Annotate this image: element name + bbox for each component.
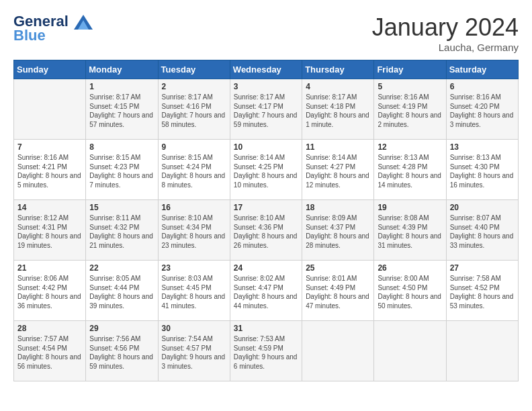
calendar-cell: 7Sunrise: 8:16 AM Sunset: 4:21 PM Daylig… <box>14 140 86 200</box>
calendar-cell: 2Sunrise: 8:17 AM Sunset: 4:16 PM Daylig… <box>158 79 230 140</box>
calendar-cell: 24Sunrise: 8:02 AM Sunset: 4:47 PM Dayli… <box>230 261 302 321</box>
day-content: Sunrise: 8:10 AM Sunset: 4:34 PM Dayligh… <box>162 214 226 250</box>
day-content: Sunrise: 8:05 AM Sunset: 4:44 PM Dayligh… <box>89 274 154 310</box>
calendar-cell: 16Sunrise: 8:10 AM Sunset: 4:34 PM Dayli… <box>158 200 230 261</box>
calendar-cell: 19Sunrise: 8:08 AM Sunset: 4:39 PM Dayli… <box>374 200 446 261</box>
day-number: 11 <box>306 142 370 152</box>
day-content: Sunrise: 8:14 AM Sunset: 4:25 PM Dayligh… <box>234 153 298 189</box>
day-content: Sunrise: 8:10 AM Sunset: 4:36 PM Dayligh… <box>234 214 298 250</box>
logo-icon <box>74 15 93 30</box>
calendar-week-5: 28Sunrise: 7:57 AM Sunset: 4:54 PM Dayli… <box>14 321 519 381</box>
day-header-wednesday: Wednesday <box>230 60 302 79</box>
calendar-cell <box>446 321 518 381</box>
day-number: 28 <box>17 324 82 333</box>
calendar-cell: 22Sunrise: 8:05 AM Sunset: 4:44 PM Dayli… <box>86 261 158 321</box>
calendar-header: SundayMondayTuesdayWednesdayThursdayFrid… <box>14 60 519 79</box>
day-number: 26 <box>378 263 442 273</box>
calendar-cell: 9Sunrise: 8:15 AM Sunset: 4:24 PM Daylig… <box>158 140 230 200</box>
day-content: Sunrise: 7:58 AM Sunset: 4:52 PM Dayligh… <box>450 274 515 310</box>
day-number: 12 <box>378 142 442 152</box>
calendar-cell: 8Sunrise: 8:15 AM Sunset: 4:23 PM Daylig… <box>86 140 158 200</box>
calendar-cell <box>374 321 446 381</box>
day-content: Sunrise: 8:17 AM Sunset: 4:16 PM Dayligh… <box>162 93 226 129</box>
day-content: Sunrise: 7:56 AM Sunset: 4:56 PM Dayligh… <box>89 334 154 371</box>
calendar-cell: 26Sunrise: 8:00 AM Sunset: 4:50 PM Dayli… <box>374 261 446 321</box>
day-number: 20 <box>450 203 515 212</box>
day-content: Sunrise: 8:16 AM Sunset: 4:21 PM Dayligh… <box>17 153 82 189</box>
day-content: Sunrise: 8:17 AM Sunset: 4:18 PM Dayligh… <box>306 93 370 129</box>
day-content: Sunrise: 7:54 AM Sunset: 4:57 PM Dayligh… <box>162 334 226 371</box>
day-number: 30 <box>162 324 226 333</box>
day-content: Sunrise: 8:14 AM Sunset: 4:27 PM Dayligh… <box>306 153 370 189</box>
day-number: 23 <box>162 263 226 273</box>
location-subtitle: Laucha, Germany <box>372 42 519 53</box>
day-number: 6 <box>450 82 515 91</box>
day-content: Sunrise: 8:01 AM Sunset: 4:49 PM Dayligh… <box>306 274 370 310</box>
day-number: 24 <box>234 263 298 273</box>
calendar-week-2: 7Sunrise: 8:16 AM Sunset: 4:21 PM Daylig… <box>14 140 519 200</box>
calendar-cell: 11Sunrise: 8:14 AM Sunset: 4:27 PM Dayli… <box>302 140 374 200</box>
day-header-thursday: Thursday <box>302 60 374 79</box>
day-content: Sunrise: 8:17 AM Sunset: 4:17 PM Dayligh… <box>234 93 298 129</box>
month-year-title: January 2024 <box>372 13 519 42</box>
calendar-week-3: 14Sunrise: 8:12 AM Sunset: 4:31 PM Dayli… <box>14 200 519 261</box>
day-content: Sunrise: 8:15 AM Sunset: 4:24 PM Dayligh… <box>162 153 226 189</box>
day-number: 25 <box>306 263 370 273</box>
day-number: 31 <box>234 324 298 333</box>
day-header-sunday: Sunday <box>14 60 86 79</box>
day-content: Sunrise: 8:13 AM Sunset: 4:30 PM Dayligh… <box>450 153 515 189</box>
day-number: 7 <box>17 142 82 152</box>
calendar-cell: 3Sunrise: 8:17 AM Sunset: 4:17 PM Daylig… <box>230 79 302 140</box>
page-header: General Blue January 2024 Laucha, German… <box>13 13 519 53</box>
calendar-cell: 13Sunrise: 8:13 AM Sunset: 4:30 PM Dayli… <box>446 140 518 200</box>
calendar-cell: 10Sunrise: 8:14 AM Sunset: 4:25 PM Dayli… <box>230 140 302 200</box>
calendar-table: SundayMondayTuesdayWednesdayThursdayFrid… <box>13 60 519 381</box>
day-content: Sunrise: 8:12 AM Sunset: 4:31 PM Dayligh… <box>17 214 82 250</box>
logo: General Blue <box>13 13 93 44</box>
calendar-cell: 23Sunrise: 8:03 AM Sunset: 4:45 PM Dayli… <box>158 261 230 321</box>
day-number: 29 <box>89 324 154 333</box>
calendar-cell: 20Sunrise: 8:07 AM Sunset: 4:40 PM Dayli… <box>446 200 518 261</box>
calendar-cell: 28Sunrise: 7:57 AM Sunset: 4:54 PM Dayli… <box>14 321 86 381</box>
day-content: Sunrise: 8:07 AM Sunset: 4:40 PM Dayligh… <box>450 214 515 250</box>
title-block: January 2024 Laucha, Germany <box>372 13 519 53</box>
day-header-saturday: Saturday <box>446 60 518 79</box>
day-number: 9 <box>162 142 226 152</box>
day-header-monday: Monday <box>86 60 158 79</box>
calendar-cell: 21Sunrise: 8:06 AM Sunset: 4:42 PM Dayli… <box>14 261 86 321</box>
day-number: 27 <box>450 263 515 273</box>
day-number: 15 <box>89 203 154 212</box>
day-number: 3 <box>234 82 298 91</box>
calendar-cell: 31Sunrise: 7:53 AM Sunset: 4:59 PM Dayli… <box>230 321 302 381</box>
calendar-cell: 29Sunrise: 7:56 AM Sunset: 4:56 PM Dayli… <box>86 321 158 381</box>
calendar-cell: 4Sunrise: 8:17 AM Sunset: 4:18 PM Daylig… <box>302 79 374 140</box>
day-number: 1 <box>89 82 154 91</box>
day-content: Sunrise: 8:16 AM Sunset: 4:19 PM Dayligh… <box>378 93 442 129</box>
calendar-cell: 17Sunrise: 8:10 AM Sunset: 4:36 PM Dayli… <box>230 200 302 261</box>
day-content: Sunrise: 8:17 AM Sunset: 4:15 PM Dayligh… <box>89 93 154 129</box>
calendar-cell: 30Sunrise: 7:54 AM Sunset: 4:57 PM Dayli… <box>158 321 230 381</box>
calendar-cell <box>302 321 374 381</box>
header-row: SundayMondayTuesdayWednesdayThursdayFrid… <box>14 60 519 79</box>
calendar-cell: 6Sunrise: 8:16 AM Sunset: 4:20 PM Daylig… <box>446 79 518 140</box>
day-content: Sunrise: 8:11 AM Sunset: 4:32 PM Dayligh… <box>89 214 154 250</box>
day-content: Sunrise: 8:16 AM Sunset: 4:20 PM Dayligh… <box>450 93 515 129</box>
day-number: 18 <box>306 203 370 212</box>
day-number: 17 <box>234 203 298 212</box>
day-number: 22 <box>89 263 154 273</box>
day-header-friday: Friday <box>374 60 446 79</box>
day-content: Sunrise: 8:06 AM Sunset: 4:42 PM Dayligh… <box>17 274 82 310</box>
day-number: 5 <box>378 82 442 91</box>
calendar-cell: 14Sunrise: 8:12 AM Sunset: 4:31 PM Dayli… <box>14 200 86 261</box>
calendar-cell: 15Sunrise: 8:11 AM Sunset: 4:32 PM Dayli… <box>86 200 158 261</box>
day-number: 10 <box>234 142 298 152</box>
day-number: 4 <box>306 82 370 91</box>
day-content: Sunrise: 8:03 AM Sunset: 4:45 PM Dayligh… <box>162 274 226 310</box>
calendar-cell: 1Sunrise: 8:17 AM Sunset: 4:15 PM Daylig… <box>86 79 158 140</box>
day-number: 2 <box>162 82 226 91</box>
day-content: Sunrise: 8:15 AM Sunset: 4:23 PM Dayligh… <box>89 153 154 189</box>
day-number: 13 <box>450 142 515 152</box>
day-content: Sunrise: 8:02 AM Sunset: 4:47 PM Dayligh… <box>234 274 298 310</box>
calendar-cell: 25Sunrise: 8:01 AM Sunset: 4:49 PM Dayli… <box>302 261 374 321</box>
day-number: 16 <box>162 203 226 212</box>
